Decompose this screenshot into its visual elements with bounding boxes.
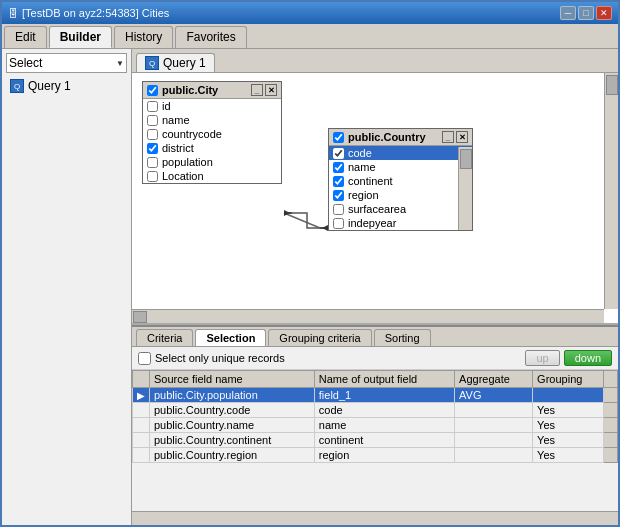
col-aggregate: Aggregate xyxy=(455,371,533,388)
city-id-label: id xyxy=(162,100,171,112)
country-code-checkbox[interactable] xyxy=(333,148,344,159)
col-output: Name of output field xyxy=(314,371,454,388)
unique-label: Select only unique records xyxy=(138,352,285,365)
city-table-name: public.City xyxy=(162,84,218,96)
row-scroll-space xyxy=(604,448,618,463)
country-surfacearea-label: surfacearea xyxy=(348,203,406,215)
row-aggregate xyxy=(455,433,533,448)
row-scroll-space xyxy=(604,418,618,433)
row-grouping xyxy=(533,388,604,403)
up-button[interactable]: up xyxy=(525,350,559,366)
tab-bar: Edit Builder History Favorites xyxy=(2,24,618,49)
city-population-label: population xyxy=(162,156,213,168)
country-name-checkbox[interactable] xyxy=(333,162,344,173)
row-indicator xyxy=(133,448,150,463)
left-panel: Select ▼ Q Query 1 xyxy=(2,49,132,525)
country-name-label: name xyxy=(348,161,376,173)
country-minimize-btn[interactable]: _ xyxy=(442,131,454,143)
maximize-button[interactable]: □ xyxy=(578,6,594,20)
city-id-checkbox[interactable] xyxy=(147,101,158,112)
table-row[interactable]: public.Country.region region Yes xyxy=(133,448,618,463)
table-row[interactable]: public.Country.code code Yes xyxy=(133,403,618,418)
selection-table: Source field name Name of output field A… xyxy=(132,370,618,463)
country-table-header[interactable]: public.Country _ ✕ xyxy=(329,129,472,146)
criteria-tab-criteria[interactable]: Criteria xyxy=(136,329,193,346)
main-area: Select ▼ Q Query 1 Q Query 1 xyxy=(2,49,618,525)
h-scrollbar-thumb[interactable] xyxy=(133,311,147,323)
window: 🗄 [TestDB on ayz2:54383] Cities ─ □ ✕ Ed… xyxy=(0,0,620,527)
city-table-header[interactable]: public.City _ ✕ xyxy=(143,82,281,99)
v-scrollbar[interactable] xyxy=(604,73,618,309)
row-output: name xyxy=(314,418,454,433)
svg-marker-3 xyxy=(284,210,290,216)
row-indicator xyxy=(133,433,150,448)
country-scrollbar[interactable] xyxy=(458,147,472,230)
criteria-tab-grouping[interactable]: Grouping criteria xyxy=(268,329,371,346)
down-button[interactable]: down xyxy=(564,350,612,366)
row-aggregate: AVG xyxy=(455,388,533,403)
city-location-checkbox[interactable] xyxy=(147,171,158,182)
minimize-button[interactable]: ─ xyxy=(560,6,576,20)
country-indepyear-checkbox[interactable] xyxy=(333,218,344,229)
tab-edit[interactable]: Edit xyxy=(4,26,47,48)
country-field-code: code xyxy=(329,146,472,160)
h-scrollbar[interactable] xyxy=(132,309,604,323)
title-bar: 🗄 [TestDB on ayz2:54383] Cities ─ □ ✕ xyxy=(2,2,618,24)
country-field-continent: continent xyxy=(329,174,472,188)
country-table-checkbox[interactable] xyxy=(333,132,344,143)
nav-buttons: up down xyxy=(525,350,612,366)
row-aggregate xyxy=(455,448,533,463)
row-scroll-space xyxy=(604,388,618,403)
bottom-scrollbar[interactable] xyxy=(132,511,618,525)
query-tab-icon: Q xyxy=(145,56,159,70)
select-label: Select xyxy=(9,56,42,70)
city-field-population: population xyxy=(143,155,281,169)
table-row[interactable]: ▶ public.City.population field_1 AVG xyxy=(133,388,618,403)
city-field-countrycode: countrycode xyxy=(143,127,281,141)
table-row[interactable]: public.Country.name name Yes xyxy=(133,418,618,433)
city-table-checkbox[interactable] xyxy=(147,85,158,96)
query-tab-label: Query 1 xyxy=(163,56,206,70)
country-continent-checkbox[interactable] xyxy=(333,176,344,187)
col-grouping: Grouping xyxy=(533,371,604,388)
tab-builder[interactable]: Builder xyxy=(49,26,112,48)
criteria-tab-selection[interactable]: Selection xyxy=(195,329,266,346)
city-close-btn[interactable]: ✕ xyxy=(265,84,277,96)
row-source: public.Country.continent xyxy=(150,433,315,448)
close-button[interactable]: ✕ xyxy=(596,6,612,20)
bottom-panel: Criteria Selection Grouping criteria Sor… xyxy=(132,325,618,525)
query1-label: Query 1 xyxy=(28,79,71,93)
table-row[interactable]: public.Country.continent continent Yes xyxy=(133,433,618,448)
svg-line-0 xyxy=(284,213,320,228)
row-grouping: Yes xyxy=(533,418,604,433)
city-countrycode-label: countrycode xyxy=(162,128,222,140)
city-district-checkbox[interactable] xyxy=(147,143,158,154)
country-region-label: region xyxy=(348,189,379,201)
unique-checkbox[interactable] xyxy=(138,352,151,365)
city-population-checkbox[interactable] xyxy=(147,157,158,168)
city-field-name: name xyxy=(143,113,281,127)
city-minimize-btn[interactable]: _ xyxy=(251,84,263,96)
country-continent-label: continent xyxy=(348,175,393,187)
country-region-checkbox[interactable] xyxy=(333,190,344,201)
city-name-checkbox[interactable] xyxy=(147,115,158,126)
city-field-district: district xyxy=(143,141,281,155)
query-tab-1[interactable]: Q Query 1 xyxy=(136,53,215,72)
tab-history[interactable]: History xyxy=(114,26,173,48)
col-scroll xyxy=(604,371,618,388)
row-grouping: Yes xyxy=(533,403,604,418)
tree-item-query1[interactable]: Q Query 1 xyxy=(6,77,127,95)
country-close-btn[interactable]: ✕ xyxy=(456,131,468,143)
scrollbar-thumb[interactable] xyxy=(460,149,472,169)
city-countrycode-checkbox[interactable] xyxy=(147,129,158,140)
select-dropdown[interactable]: Select ▼ xyxy=(6,53,127,73)
tab-favorites[interactable]: Favorites xyxy=(175,26,246,48)
criteria-tab-sorting[interactable]: Sorting xyxy=(374,329,431,346)
row-output: code xyxy=(314,403,454,418)
criteria-tabs: Criteria Selection Grouping criteria Sor… xyxy=(132,327,618,347)
diagram-area: public.City _ ✕ id xyxy=(132,73,618,325)
app-icon: 🗄 xyxy=(8,8,18,19)
city-district-label: district xyxy=(162,142,194,154)
v-scrollbar-thumb[interactable] xyxy=(606,75,618,95)
country-surfacearea-checkbox[interactable] xyxy=(333,204,344,215)
